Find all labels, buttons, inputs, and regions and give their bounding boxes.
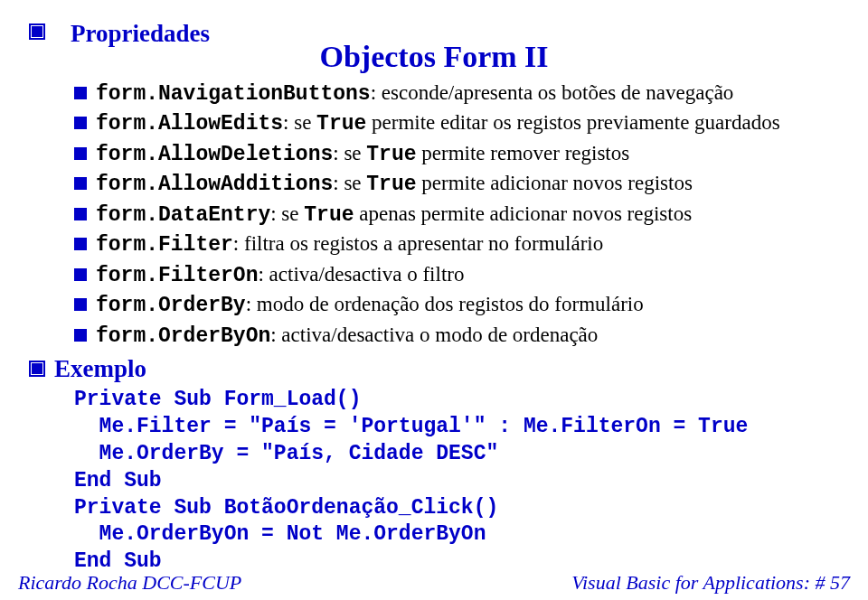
property-desc-prefix: : se xyxy=(333,172,366,194)
property-desc-prefix: : se xyxy=(270,202,304,225)
property-text: form.NavigationButtons: esconde/apresent… xyxy=(96,80,733,108)
property-keyword: True xyxy=(366,173,416,196)
property-text: form.AllowEdits: se True permite editar … xyxy=(96,109,780,137)
property-text: form.OrderBy: modo de ordenação dos regi… xyxy=(96,291,644,319)
property-text: form.Filter: filtra os registos a aprese… xyxy=(96,230,603,258)
section-bullet-propriedades xyxy=(29,23,45,40)
property-desc: : activa/desactiva o modo de ordenação xyxy=(270,323,598,346)
bullet-icon xyxy=(74,238,87,250)
property-desc-suffix: apenas permite adicionar novos registos xyxy=(354,202,693,225)
section-propriedades: Propriedades xyxy=(71,20,210,48)
property-desc-suffix: permite adicionar novos registos xyxy=(417,172,693,194)
property-desc-prefix: : se xyxy=(283,111,316,134)
bullet-icon xyxy=(74,329,87,342)
property-keyword: True xyxy=(366,143,416,166)
property-item: form.AllowAdditions: se True permite adi… xyxy=(74,170,832,198)
bullet-icon xyxy=(74,268,87,281)
property-keyword: True xyxy=(304,203,354,227)
property-item: form.OrderBy: modo de ordenação dos regi… xyxy=(74,291,832,319)
property-item: form.OrderByOn: activa/desactiva o modo … xyxy=(74,322,832,350)
section-bullet-exemplo xyxy=(29,361,45,377)
property-code: form.OrderBy xyxy=(96,294,246,317)
property-desc-suffix: permite editar os registos previamente g… xyxy=(366,111,779,134)
property-text: form.OrderByOn: activa/desactiva o modo … xyxy=(96,322,598,350)
property-item: form.FilterOn: activa/desactiva o filtro xyxy=(74,261,832,289)
footer: Ricardo Rocha DCC-FCUP Visual Basic for … xyxy=(18,571,850,595)
bullet-icon xyxy=(74,177,87,190)
property-desc-prefix: : se xyxy=(333,142,366,164)
footer-right: Visual Basic for Applications: # 57 xyxy=(571,571,850,595)
properties-list: form.NavigationButtons: esconde/apresent… xyxy=(74,80,832,350)
footer-left: Ricardo Rocha DCC-FCUP xyxy=(18,571,241,595)
property-text: form.FilterOn: activa/desactiva o filtro xyxy=(96,261,464,289)
property-code: form.AllowAdditions xyxy=(96,173,333,196)
property-desc: : esconde/apresenta os botões de navegaç… xyxy=(371,81,734,104)
bullet-icon xyxy=(74,298,87,311)
bullet-icon xyxy=(74,208,87,220)
property-code: form.AllowEdits xyxy=(96,112,283,136)
code-example: Private Sub Form_Load() Me.Filter = "Paí… xyxy=(74,387,832,576)
property-text: form.AllowAdditions: se True permite adi… xyxy=(96,170,693,198)
bullet-icon xyxy=(74,147,87,160)
property-code: form.NavigationButtons xyxy=(96,82,371,106)
property-item: form.AllowDeletions: se True permite rem… xyxy=(74,140,832,168)
bullet-icon xyxy=(74,87,87,99)
property-item: form.NavigationButtons: esconde/apresent… xyxy=(74,80,832,108)
property-code: form.Filter xyxy=(96,233,233,257)
property-desc: : modo de ordenação dos registos do form… xyxy=(246,293,644,315)
property-desc: : activa/desactiva o filtro xyxy=(258,263,464,286)
property-text: form.AllowDeletions: se True permite rem… xyxy=(96,140,629,168)
property-item: form.AllowEdits: se True permite editar … xyxy=(74,109,832,137)
bullet-icon xyxy=(74,117,87,129)
property-code: form.FilterOn xyxy=(96,264,258,287)
property-code: form.DataEntry xyxy=(96,203,270,227)
property-code: form.OrderByOn xyxy=(96,324,270,348)
property-item: form.Filter: filtra os registos a aprese… xyxy=(74,230,832,258)
section-exemplo: Exemplo xyxy=(54,355,146,383)
property-text: form.DataEntry: se True apenas permite a… xyxy=(96,201,692,229)
property-code: form.AllowDeletions xyxy=(96,143,333,166)
property-item: form.DataEntry: se True apenas permite a… xyxy=(74,201,832,229)
property-desc: : filtra os registos a apresentar no for… xyxy=(233,232,603,255)
property-keyword: True xyxy=(316,112,366,136)
property-desc-suffix: permite remover registos xyxy=(417,142,630,164)
